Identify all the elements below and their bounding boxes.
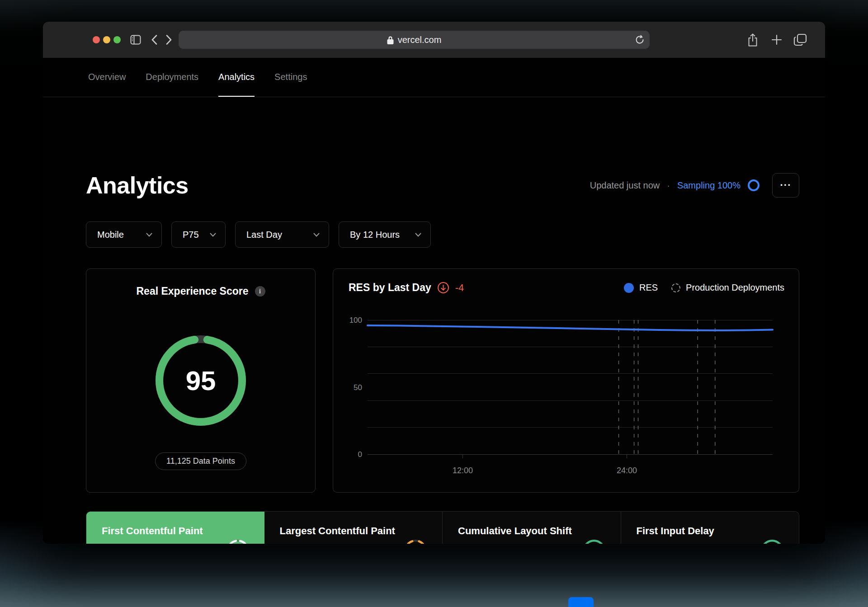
metric-title: First Input Delay [637,525,786,537]
metric-card-cls[interactable]: Cumulative Layout Shift 0.026 100 [442,512,621,544]
metric-card-fcp[interactable]: First Contentful Paint 2.17 s 93 [86,512,264,544]
solid-dot-icon [624,283,634,293]
metric-score-value: 89 [404,540,427,544]
svg-text:50: 50 [354,383,362,392]
percentile-filter-dropdown[interactable]: P75 [171,221,226,248]
web-page: Overview Deployments Analytics Settings … [43,58,825,544]
metric-title: Cumulative Layout Shift [458,525,607,537]
chart-legend: RES Production Deployments [624,282,784,293]
tab-deployments[interactable]: Deployments [146,58,198,97]
sidebar-toggle-icon[interactable] [130,22,142,58]
window-minimize-button[interactable] [103,36,110,43]
dashed-circle-icon [671,283,680,292]
window-zoom-button[interactable] [113,36,121,43]
updated-status: Updated just now [590,180,660,191]
res-line-chart: 10050012:0024:00 [333,269,799,492]
svg-text:0: 0 [358,450,362,459]
interval-filter-dropdown[interactable]: By 12 Hours [339,221,431,248]
share-icon[interactable] [746,22,760,58]
metric-title: Largest Contentful Paint [280,525,429,537]
chevron-down-icon [313,233,320,237]
tab-overview-icon[interactable] [793,22,808,58]
desktop-background: vercel.com [0,0,868,607]
chevron-down-icon [146,233,152,237]
forward-icon[interactable] [164,22,173,58]
reload-icon[interactable] [634,34,645,45]
info-icon[interactable]: i [255,286,265,296]
metric-score-value: 100 [583,540,605,544]
svg-text:24:00: 24:00 [617,466,637,475]
legend-deployments-label: Production Deployments [686,282,784,293]
tab-analytics[interactable]: Analytics [218,58,255,97]
new-tab-icon[interactable] [770,22,783,58]
web-vitals-row: First Contentful Paint 2.17 s 93 Largest… [86,511,799,544]
lock-icon [387,36,394,44]
legend-res: RES [624,282,658,293]
metric-score-badge: 100 [761,540,783,544]
filter-bar: Mobile P75 Last Day By 12 Hours [86,221,799,248]
device-filter-value: Mobile [97,230,124,240]
data-points-pill: 11,125 Data Points [155,452,246,470]
real-experience-score-card: Real Experience Score i 95 11,125 Data P… [86,268,316,493]
sampling-link[interactable]: Sampling 100% [677,180,741,191]
address-bar[interactable]: vercel.com [179,31,650,49]
res-trend-chart-card: 10050012:0024:00 RES by Last Day -4 [333,268,799,493]
legend-res-label: RES [639,282,658,293]
more-options-button[interactable]: ··· [772,173,799,198]
metric-score-badge: 93 [226,540,249,544]
timerange-filter-dropdown[interactable]: Last Day [235,221,329,248]
peek-element [568,597,594,607]
svg-text:100: 100 [349,316,362,325]
svg-text:12:00: 12:00 [453,466,473,475]
res-score-gauge: 95 [156,335,246,426]
chevron-down-icon [415,233,421,237]
chart-title: RES by Last Day [349,282,431,294]
meta-separator: · [667,180,670,191]
tab-settings[interactable]: Settings [274,58,307,97]
tab-overview[interactable]: Overview [88,58,126,97]
page-title: Analytics [86,172,189,199]
project-nav: Overview Deployments Analytics Settings [43,58,825,97]
metric-card-lcp[interactable]: Largest Contentful Paint 2.57 s 89 [264,512,443,544]
legend-production-deployments: Production Deployments [671,282,784,293]
chevron-down-icon [210,233,216,237]
back-icon[interactable] [150,22,159,58]
timerange-filter-value: Last Day [246,230,282,240]
metric-card-fid[interactable]: First Input Delay 28 ms 100 [621,512,799,544]
metric-score-badge: 89 [404,540,427,544]
arrow-down-circle-icon [437,282,449,294]
window-close-button[interactable] [93,36,100,43]
browser-window: vercel.com [43,22,825,544]
analytics-content: Analytics Updated just now · Sampling 10… [86,133,799,544]
interval-filter-value: By 12 Hours [350,230,400,240]
device-filter-dropdown[interactable]: Mobile [86,221,162,248]
url-text: vercel.com [398,35,442,45]
res-delta-value: -4 [455,282,464,294]
percentile-filter-value: P75 [183,230,199,240]
res-card-title: Real Experience Score [136,285,248,297]
browser-toolbar: vercel.com [43,22,825,58]
metric-score-value: 93 [226,540,249,544]
metric-score-badge: 100 [583,540,605,544]
res-score-value: 95 [156,335,246,426]
metric-title: First Contentful Paint [102,525,251,537]
metric-score-value: 100 [761,540,783,544]
sampling-progress-ring [748,179,760,191]
